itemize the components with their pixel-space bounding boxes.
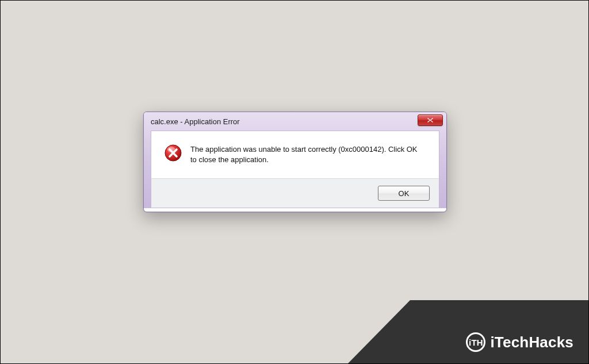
watermark-bg	[335, 300, 588, 363]
watermark: iTH iTechHacks	[335, 300, 588, 363]
close-icon	[427, 117, 434, 123]
close-button[interactable]	[418, 114, 443, 126]
dialog-title: calc.exe - Application Error	[151, 117, 240, 126]
dialog-message: The application was unable to start corr…	[190, 144, 420, 164]
watermark-brand: iTechHacks	[490, 334, 573, 351]
titlebar: calc.exe - Application Error	[147, 116, 443, 131]
watermark-logo-icon: iTH	[466, 332, 485, 352]
dialog-button-bar: OK	[151, 178, 439, 208]
error-dialog: calc.exe - Application Error	[143, 112, 447, 212]
error-icon	[164, 144, 182, 162]
ok-button[interactable]: OK	[378, 186, 430, 201]
titlebar-chrome: calc.exe - Application Error	[144, 112, 446, 208]
watermark-label: iTH iTechHacks	[466, 332, 573, 352]
dialog-content: The application was unable to start corr…	[151, 131, 439, 178]
svg-marker-2	[348, 300, 588, 363]
